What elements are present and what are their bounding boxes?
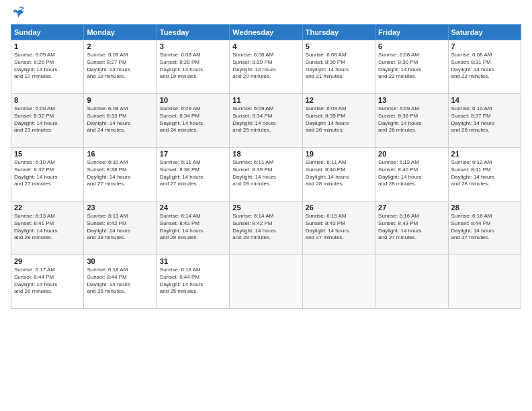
calendar-week-row: 15Sunrise: 6:10 AM Sunset: 8:37 PM Dayli… [11, 148, 521, 201]
calendar-week-row: 8Sunrise: 6:09 AM Sunset: 8:32 PM Daylig… [11, 94, 521, 148]
day-number: 9 [87, 96, 153, 104]
calendar-day-cell: 2Sunrise: 6:09 AM Sunset: 8:27 PM Daylig… [84, 40, 157, 94]
weekday-header: Monday [84, 25, 157, 40]
calendar-day-cell: 26Sunrise: 6:15 AM Sunset: 8:43 PM Dayli… [302, 201, 375, 255]
day-number: 29 [14, 257, 81, 265]
calendar-day-cell: 15Sunrise: 6:10 AM Sunset: 8:37 PM Dayli… [11, 148, 84, 201]
calendar-day-cell: 4Sunrise: 6:08 AM Sunset: 8:29 PM Daylig… [230, 40, 302, 94]
calendar-day-cell: 21Sunrise: 6:12 AM Sunset: 8:41 PM Dayli… [448, 148, 521, 201]
day-number: 8 [14, 96, 81, 104]
day-info: Sunrise: 6:10 AM Sunset: 8:37 PM Dayligh… [451, 105, 518, 134]
calendar-day-cell: 10Sunrise: 6:09 AM Sunset: 8:34 PM Dayli… [157, 94, 229, 148]
day-number: 4 [232, 42, 299, 50]
calendar-body: 1Sunrise: 6:09 AM Sunset: 8:26 PM Daylig… [11, 40, 521, 309]
day-info: Sunrise: 6:09 AM Sunset: 8:33 PM Dayligh… [87, 105, 153, 134]
calendar-day-cell: 16Sunrise: 6:10 AM Sunset: 8:38 PM Dayli… [84, 148, 157, 201]
day-info: Sunrise: 6:12 AM Sunset: 8:41 PM Dayligh… [451, 159, 518, 188]
day-number: 13 [378, 96, 445, 104]
calendar-day-cell: 27Sunrise: 6:16 AM Sunset: 8:43 PM Dayli… [375, 201, 448, 255]
weekday-header: Tuesday [157, 25, 229, 40]
calendar-day-cell: 29Sunrise: 6:17 AM Sunset: 8:44 PM Dayli… [11, 255, 84, 309]
day-number: 3 [160, 42, 226, 50]
calendar-day-cell: 22Sunrise: 6:13 AM Sunset: 8:41 PM Dayli… [11, 201, 84, 255]
calendar-table: SundayMondayTuesdayWednesdayThursdayFrid… [11, 24, 521, 309]
day-number: 24 [160, 203, 226, 212]
logo-bird-icon [12, 5, 26, 19]
calendar-day-cell: 13Sunrise: 6:09 AM Sunset: 8:36 PM Dayli… [375, 94, 448, 148]
day-number: 16 [87, 150, 153, 158]
day-info: Sunrise: 6:10 AM Sunset: 8:37 PM Dayligh… [14, 159, 81, 188]
day-info: Sunrise: 6:13 AM Sunset: 8:42 PM Dayligh… [87, 213, 153, 242]
day-number: 7 [451, 42, 518, 50]
day-info: Sunrise: 6:16 AM Sunset: 8:43 PM Dayligh… [378, 213, 445, 242]
calendar-week-row: 1Sunrise: 6:09 AM Sunset: 8:26 PM Daylig… [11, 40, 521, 94]
day-info: Sunrise: 6:11 AM Sunset: 8:39 PM Dayligh… [232, 159, 299, 188]
day-info: Sunrise: 6:18 AM Sunset: 8:44 PM Dayligh… [87, 267, 153, 295]
day-info: Sunrise: 6:12 AM Sunset: 8:40 PM Dayligh… [378, 159, 445, 188]
day-number: 31 [160, 257, 226, 265]
calendar-week-row: 29Sunrise: 6:17 AM Sunset: 8:44 PM Dayli… [11, 255, 521, 309]
day-number: 26 [306, 203, 372, 212]
calendar-day-cell: 8Sunrise: 6:09 AM Sunset: 8:32 PM Daylig… [11, 94, 84, 148]
day-number: 6 [378, 42, 445, 50]
day-info: Sunrise: 6:13 AM Sunset: 8:41 PM Dayligh… [14, 213, 81, 242]
weekday-header: Wednesday [230, 25, 302, 40]
day-info: Sunrise: 6:09 AM Sunset: 8:32 PM Dayligh… [14, 105, 81, 134]
logo [11, 8, 26, 19]
calendar-day-cell [230, 255, 302, 309]
calendar-day-cell: 1Sunrise: 6:09 AM Sunset: 8:26 PM Daylig… [11, 40, 84, 94]
day-number: 27 [378, 203, 445, 212]
day-info: Sunrise: 6:14 AM Sunset: 8:42 PM Dayligh… [232, 213, 299, 242]
calendar-day-cell [302, 255, 375, 309]
day-info: Sunrise: 6:08 AM Sunset: 8:30 PM Dayligh… [378, 52, 445, 81]
page: SundayMondayTuesdayWednesdayThursdayFrid… [0, 0, 532, 317]
day-number: 14 [451, 96, 518, 104]
calendar-day-cell: 18Sunrise: 6:11 AM Sunset: 8:39 PM Dayli… [230, 148, 302, 201]
day-number: 17 [160, 150, 226, 158]
day-number: 18 [232, 150, 299, 158]
calendar-day-cell: 28Sunrise: 6:16 AM Sunset: 8:44 PM Dayli… [448, 201, 521, 255]
day-number: 22 [14, 203, 81, 212]
day-info: Sunrise: 6:17 AM Sunset: 8:44 PM Dayligh… [14, 267, 81, 295]
day-info: Sunrise: 6:09 AM Sunset: 8:34 PM Dayligh… [232, 105, 299, 134]
day-number: 25 [232, 203, 299, 212]
calendar-day-cell: 5Sunrise: 6:08 AM Sunset: 8:30 PM Daylig… [302, 40, 375, 94]
day-info: Sunrise: 6:09 AM Sunset: 8:34 PM Dayligh… [160, 105, 226, 134]
calendar-day-cell: 6Sunrise: 6:08 AM Sunset: 8:30 PM Daylig… [375, 40, 448, 94]
calendar-day-cell: 24Sunrise: 6:14 AM Sunset: 8:42 PM Dayli… [157, 201, 229, 255]
day-number: 1 [14, 42, 81, 50]
day-info: Sunrise: 6:09 AM Sunset: 8:26 PM Dayligh… [14, 52, 81, 81]
day-info: Sunrise: 6:18 AM Sunset: 8:44 PM Dayligh… [160, 267, 226, 295]
calendar-day-cell [448, 255, 521, 309]
calendar-day-cell: 31Sunrise: 6:18 AM Sunset: 8:44 PM Dayli… [157, 255, 229, 309]
day-number: 5 [306, 42, 372, 50]
weekday-header: Thursday [302, 25, 375, 40]
header [11, 8, 521, 19]
calendar-day-cell: 19Sunrise: 6:11 AM Sunset: 8:40 PM Dayli… [302, 148, 375, 201]
day-number: 28 [451, 203, 518, 212]
calendar-day-cell: 25Sunrise: 6:14 AM Sunset: 8:42 PM Dayli… [230, 201, 302, 255]
day-number: 10 [160, 96, 226, 104]
day-info: Sunrise: 6:08 AM Sunset: 8:28 PM Dayligh… [160, 52, 226, 81]
calendar-day-cell [375, 255, 448, 309]
day-info: Sunrise: 6:09 AM Sunset: 8:36 PM Dayligh… [378, 105, 445, 134]
calendar-header-row: SundayMondayTuesdayWednesdayThursdayFrid… [11, 25, 521, 40]
day-number: 19 [306, 150, 372, 158]
day-number: 11 [232, 96, 299, 104]
day-info: Sunrise: 6:11 AM Sunset: 8:40 PM Dayligh… [306, 159, 372, 188]
day-info: Sunrise: 6:08 AM Sunset: 8:29 PM Dayligh… [232, 52, 299, 81]
day-info: Sunrise: 6:08 AM Sunset: 8:30 PM Dayligh… [306, 52, 372, 81]
calendar-day-cell: 17Sunrise: 6:11 AM Sunset: 8:38 PM Dayli… [157, 148, 229, 201]
day-number: 23 [87, 203, 153, 212]
day-info: Sunrise: 6:08 AM Sunset: 8:31 PM Dayligh… [451, 52, 518, 81]
calendar-day-cell: 23Sunrise: 6:13 AM Sunset: 8:42 PM Dayli… [84, 201, 157, 255]
calendar-day-cell: 7Sunrise: 6:08 AM Sunset: 8:31 PM Daylig… [448, 40, 521, 94]
calendar-day-cell: 30Sunrise: 6:18 AM Sunset: 8:44 PM Dayli… [84, 255, 157, 309]
day-info: Sunrise: 6:15 AM Sunset: 8:43 PM Dayligh… [306, 213, 372, 242]
weekday-header: Friday [375, 25, 448, 40]
day-info: Sunrise: 6:10 AM Sunset: 8:38 PM Dayligh… [87, 159, 153, 188]
day-number: 30 [87, 257, 153, 265]
calendar-day-cell: 20Sunrise: 6:12 AM Sunset: 8:40 PM Dayli… [375, 148, 448, 201]
weekday-header: Sunday [11, 25, 84, 40]
day-info: Sunrise: 6:09 AM Sunset: 8:27 PM Dayligh… [87, 52, 153, 81]
